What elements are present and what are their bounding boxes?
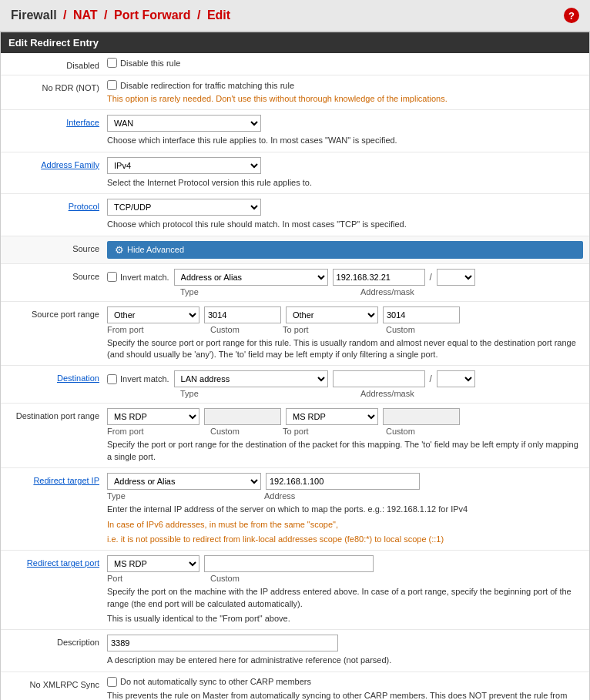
- source-to-custom-input[interactable]: [383, 306, 460, 323]
- no-rdr-row: No RDR (NOT) Disable redirection for tra…: [1, 75, 589, 110]
- redirect-port-link[interactable]: Redirect target port: [27, 558, 99, 568]
- source-port-help: Specify the source port or port range fo…: [107, 337, 583, 361]
- destination-invert-label[interactable]: Invert match.: [107, 374, 169, 384]
- source-mask-select[interactable]: 32 24: [437, 269, 475, 286]
- destination-link[interactable]: Destination: [57, 373, 99, 383]
- dest-to-type-select[interactable]: Any Other MS RDP: [286, 408, 378, 425]
- no-xmlrpc-row: No XMLRPC Sync Do not automatically sync…: [1, 672, 589, 700]
- address-family-link[interactable]: Address Family: [41, 160, 99, 169]
- disabled-checkbox-text: Disable this rule: [120, 59, 180, 68]
- address-family-label: Address Family: [7, 157, 107, 169]
- destination-mask-select[interactable]: 32 24: [437, 370, 475, 387]
- address-family-row: Address Family IPv4 IPv6 IPv4+IPv6 Selec…: [1, 152, 589, 194]
- redirect-ip-link[interactable]: Redirect target IP: [33, 476, 99, 485]
- redirect-ip-help1: Enter the internal IP address of the ser…: [107, 504, 583, 515]
- source-type-select[interactable]: Address or Alias Network LAN address WAN…: [174, 269, 328, 286]
- source-to-type-select[interactable]: Any Other MS RDP: [286, 306, 378, 323]
- protocol-row: Protocol TCP/UDP TCP UDP ICMP Choose whi…: [1, 194, 589, 236]
- no-xmlrpc-checkbox[interactable]: [107, 677, 117, 687]
- source-content: Invert match. Address or Alias Network L…: [107, 269, 583, 296]
- source-port-labels: From port Custom To port Custom: [107, 325, 583, 334]
- description-input[interactable]: [107, 635, 338, 651]
- redirect-ip-input[interactable]: [266, 473, 420, 490]
- redirect-ip-type-label: Type: [107, 491, 261, 501]
- source-from-custom-input[interactable]: [204, 306, 281, 323]
- protocol-select[interactable]: TCP/UDP TCP UDP ICMP: [107, 199, 261, 216]
- source-to-custom-label: Custom: [386, 325, 415, 334]
- destination-port-content: Any Other MS RDP Any Other MS RDP: [107, 408, 583, 463]
- source-from-type-select[interactable]: Any Other MS RDP: [107, 306, 199, 323]
- no-rdr-checkbox-label[interactable]: Disable redirection for traffic matching…: [107, 80, 583, 90]
- source-inline: Invert match. Address or Alias Network L…: [107, 269, 583, 286]
- no-rdr-checkbox[interactable]: [107, 80, 117, 90]
- destination-content: Invert match. Address or Alias Network L…: [107, 370, 583, 398]
- source-invert-checkbox[interactable]: [107, 272, 117, 282]
- source-from-label: From port: [107, 325, 207, 334]
- crumb-nat[interactable]: NAT: [73, 8, 98, 22]
- dest-to-group: Any Other MS RDP: [286, 408, 378, 425]
- dest-to-custom-group: [383, 408, 460, 425]
- source-slash: /: [430, 272, 432, 283]
- protocol-link[interactable]: Protocol: [69, 202, 99, 211]
- redirect-port-select[interactable]: Any Other MS RDP: [107, 555, 199, 572]
- hide-advanced-button[interactable]: ⚙ Hide Advanced: [107, 241, 583, 259]
- disabled-row: Disabled Disable this rule: [1, 53, 589, 75]
- no-xmlrpc-checkbox-text: Do not automatically sync to other CARP …: [120, 677, 311, 686]
- dest-from-custom-input[interactable]: [204, 408, 281, 425]
- interface-select[interactable]: WAN LAN OPT1: [107, 115, 261, 132]
- source-row: Source Invert match. Address or Alias Ne…: [1, 264, 589, 302]
- source-to-group: Any Other MS RDP: [286, 306, 378, 323]
- crumb-edit: Edit: [207, 8, 230, 22]
- dest-to-custom-input[interactable]: [383, 408, 460, 425]
- dest-to-label: To port: [283, 427, 383, 436]
- interface-link[interactable]: Interface: [66, 118, 99, 127]
- no-xmlrpc-help: This prevents the rule on Master from au…: [107, 690, 583, 700]
- interface-label: Interface: [7, 115, 107, 127]
- destination-address-mask-label: Address/mask: [360, 389, 414, 398]
- disabled-checkbox-label[interactable]: Disable this rule: [107, 58, 583, 68]
- source-port-label: Source port range: [7, 306, 107, 319]
- redirect-ip-row: Redirect target IP Address or Alias Netw…: [1, 468, 589, 551]
- address-family-help: Select the Internet Protocol version thi…: [107, 177, 583, 189]
- redirect-ip-type-select[interactable]: Address or Alias Network: [107, 473, 261, 490]
- destination-type-select[interactable]: Address or Alias Network LAN address WAN…: [174, 370, 328, 387]
- description-row: Description A description may be entered…: [1, 630, 589, 672]
- destination-invert-text: Invert match.: [120, 374, 169, 383]
- dest-port-labels: From port Custom To port Custom: [107, 427, 583, 436]
- destination-invert-checkbox[interactable]: [107, 374, 117, 384]
- destination-ip-input[interactable]: [333, 370, 425, 387]
- source-invert-label[interactable]: Invert match.: [107, 272, 169, 282]
- no-xmlrpc-checkbox-label[interactable]: Do not automatically sync to other CARP …: [107, 677, 583, 687]
- disabled-checkbox[interactable]: [107, 58, 117, 68]
- redirect-ip-inline: Address or Alias Network: [107, 473, 583, 490]
- crumb-portforward[interactable]: Port Forward: [114, 8, 191, 22]
- breadcrumb: Firewall / NAT / Port Forward / Edit: [11, 8, 230, 22]
- address-family-select[interactable]: IPv4 IPv6 IPv4+IPv6: [107, 157, 261, 174]
- dest-from-custom-label: Custom: [210, 427, 280, 436]
- redirect-port-help1: Specify the port on the machine with the…: [107, 586, 583, 610]
- redirect-port-port-label: Port: [107, 574, 207, 583]
- protocol-content: TCP/UDP TCP UDP ICMP Choose which protoc…: [107, 199, 583, 230]
- disabled-label: Disabled: [7, 58, 107, 70]
- redirect-port-sublabels: Port Custom: [107, 574, 583, 583]
- section-title: Edit Redirect Entry: [1, 32, 589, 53]
- dest-from-type-select[interactable]: Any Other MS RDP: [107, 408, 199, 425]
- destination-port-inline: Any Other MS RDP Any Other MS RDP: [107, 408, 583, 425]
- source-section-content: ⚙ Hide Advanced: [107, 241, 583, 259]
- dest-from-group: Any Other MS RDP: [107, 408, 199, 425]
- destination-type-label: Type: [180, 389, 273, 398]
- source-port-inline: Any Other MS RDP Any Other MS RDP: [107, 306, 583, 323]
- source-label: Source: [7, 269, 107, 281]
- source-address-mask-label: Address/mask: [360, 287, 414, 296]
- no-xmlrpc-label: No XMLRPC Sync: [7, 677, 107, 689]
- description-content: A description may be entered here for ad…: [107, 635, 583, 666]
- source-from-custom-group: [204, 306, 281, 323]
- destination-inline: Invert match. Address or Alias Network L…: [107, 370, 583, 387]
- dest-from-custom-group: [204, 408, 281, 425]
- help-icon[interactable]: ?: [564, 8, 579, 23]
- destination-sublabels: Type Address/mask: [107, 389, 583, 398]
- redirect-port-custom-input[interactable]: [204, 555, 374, 572]
- no-rdr-help: This option is rarely needed. Don't use …: [107, 93, 583, 105]
- source-port-content: Any Other MS RDP Any Other MS RDP: [107, 306, 583, 361]
- source-ip-input[interactable]: [333, 269, 425, 286]
